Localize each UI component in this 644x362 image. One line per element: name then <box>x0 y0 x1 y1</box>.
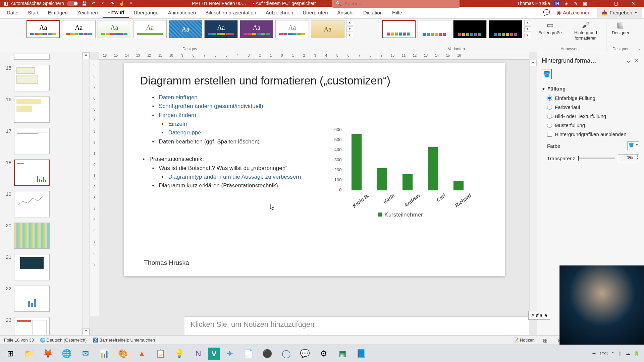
close-button[interactable]: ✕ <box>626 0 641 7</box>
slide-size-button[interactable]: ▭Foliengröße <box>535 20 565 36</box>
notes-pane[interactable]: Klicken Sie, um Notizen hinzuzufügen <box>184 316 529 335</box>
tab-ueberpruefen[interactable]: Überprüfen <box>298 8 332 17</box>
theme-thumb-9[interactable]: Aa <box>311 20 344 38</box>
undo-icon[interactable]: ↶ <box>90 0 97 7</box>
diamond-icon[interactable]: ◈ <box>563 0 570 7</box>
explorer-icon[interactable]: 📁 <box>20 346 38 362</box>
fill-gradient-option[interactable]: Farbverlauf <box>542 103 639 112</box>
fill-pattern-option[interactable]: Musterfüllung <box>542 121 639 130</box>
outlook-icon[interactable]: ✉ <box>76 346 95 362</box>
slide-thumb-20[interactable] <box>14 223 50 249</box>
theme-thumb-3[interactable]: Aa <box>98 20 131 38</box>
designer-button[interactable]: ▦Designer <box>608 20 633 36</box>
pane-close-icon[interactable]: ✕ <box>634 57 639 64</box>
theme-thumb-2[interactable]: Aa <box>62 20 96 38</box>
save-location[interactable]: • Auf "diesem PC" gespeichert <box>253 1 316 6</box>
doc-dropdown-icon[interactable]: ⌄ <box>323 2 325 5</box>
theme-thumb-1[interactable]: Aa <box>26 20 60 38</box>
doc-title[interactable]: PPT 01 Roter Faden 00… <box>192 1 246 6</box>
pane-dropdown-icon[interactable]: ⌄ <box>626 57 631 64</box>
designs-gallery-arrows[interactable]: ▲▼▾ <box>346 20 353 38</box>
slide-counter[interactable]: Folie 18 von 33 <box>4 338 34 343</box>
accessibility-indicator[interactable]: ♿ Barrierefreiheit: Untersuchen <box>93 338 155 343</box>
comments-icon[interactable]: 💬 <box>543 9 550 16</box>
window-icon[interactable]: ▣ <box>582 0 588 7</box>
tab-animationen[interactable]: Animationen <box>163 8 201 17</box>
fill-tab[interactable]: 🪣 <box>542 69 552 79</box>
tab-start[interactable]: Start <box>23 8 43 17</box>
tray-chevron-icon[interactable]: ⌃ <box>611 351 615 357</box>
more-qat-icon[interactable]: ▼ <box>128 0 135 7</box>
hide-bg-option[interactable]: Hintergrundgrafiken ausblenden <box>542 130 639 139</box>
chart[interactable]: 0100200300400500600 Karin B.KarinAndrewC… <box>330 130 471 231</box>
collapse-ribbon-icon[interactable]: ⌄ <box>638 46 641 51</box>
radio-solid[interactable] <box>547 96 552 101</box>
powerpoint-icon[interactable]: 📊 <box>95 346 113 362</box>
slide-thumb-17[interactable] <box>14 128 50 154</box>
user-name[interactable]: Thomas Hruska <box>517 1 550 6</box>
tab-ansicht[interactable]: Ansicht <box>333 8 359 17</box>
tab-einfuegen[interactable]: Einfügen <box>43 8 72 17</box>
theme-thumb-5[interactable]: Aa <box>169 20 202 38</box>
save-icon[interactable]: 💾 <box>81 0 88 7</box>
transparency-slider[interactable] <box>578 158 615 159</box>
app-icon-6[interactable]: ◯ <box>277 346 295 362</box>
slide-title[interactable]: Diagramm erstellen und formatieren („cus… <box>140 74 489 87</box>
apply-all-button[interactable]: Auf alle <box>528 311 550 320</box>
slide-thumb-22[interactable] <box>14 286 50 312</box>
radio-gradient[interactable] <box>547 105 552 110</box>
radio-picture[interactable] <box>547 114 552 119</box>
thumb-partial[interactable] <box>14 54 50 60</box>
app-icon-5[interactable]: 📄 <box>239 346 258 362</box>
tab-aufzeichnen[interactable]: Aufzeichnen <box>261 8 298 17</box>
telegram-icon[interactable]: ✈ <box>221 346 239 362</box>
tab-bildschirm[interactable]: Bildschirmpräsentation <box>201 8 261 17</box>
settings-icon[interactable]: ⚙ <box>315 346 333 362</box>
bg-format-button[interactable]: 🖌Hintergrund formatieren <box>567 20 604 42</box>
firefox-icon[interactable]: 🦊 <box>39 346 57 362</box>
autosave-toggle[interactable] <box>67 1 78 6</box>
touch-icon[interactable]: ☝ <box>118 0 125 7</box>
app-icon-2[interactable]: 📋 <box>152 346 170 362</box>
pen-icon[interactable]: ✎ <box>572 0 579 7</box>
slide-thumb-21[interactable] <box>14 254 50 280</box>
cloud-icon[interactable]: ☁ <box>625 351 630 357</box>
tab-dictation[interactable]: Dictation <box>359 8 387 17</box>
theme-thumb-6[interactable]: Aa <box>204 20 238 38</box>
discord-icon[interactable]: 💬 <box>296 346 314 362</box>
maximize-button[interactable]: ▢ <box>608 0 623 7</box>
transparency-value[interactable]: 0% <box>618 154 639 162</box>
tab-uebergaenge[interactable]: Übergänge <box>129 8 163 17</box>
variant-2[interactable] <box>418 20 451 38</box>
bluetooth-icon[interactable]: ᛒ <box>619 351 622 356</box>
dropdown-icon[interactable]: ▼ <box>100 0 106 7</box>
fill-section-header[interactable]: ▼Füllung <box>542 84 639 94</box>
tab-zeichnen[interactable]: Zeichnen <box>72 8 103 17</box>
theme-thumb-4[interactable]: Aa <box>133 20 167 38</box>
slide-thumb-15[interactable] <box>14 65 50 91</box>
slide-thumb-18[interactable]: ━━━━━━━ <box>14 160 50 186</box>
variant-1[interactable] <box>382 20 416 38</box>
tab-hilfe[interactable]: Hilfe <box>387 8 407 17</box>
variant-4[interactable] <box>489 20 522 38</box>
slide-thumb-19[interactable] <box>14 191 50 217</box>
tab-datei[interactable]: Datei <box>2 8 23 17</box>
app-icon-1[interactable]: 🎨 <box>114 346 132 362</box>
redo-icon[interactable]: ↷ <box>109 0 116 7</box>
editor-vscroll[interactable]: ▲ <box>529 60 537 316</box>
excel-icon[interactable]: ▦ <box>333 346 352 362</box>
theme-thumb-8[interactable]: Aa <box>275 20 309 38</box>
checkbox-hidebg[interactable] <box>547 132 552 137</box>
vlc-icon[interactable]: ▲ <box>133 346 151 362</box>
slide-thumb-23[interactable] <box>14 317 50 335</box>
temperature[interactable]: 1°C <box>599 351 608 356</box>
slide-thumb-16[interactable] <box>14 97 50 123</box>
app-icon-4[interactable]: V <box>208 348 220 360</box>
start-button[interactable]: ⊞ <box>1 346 19 362</box>
battery-icon[interactable]: 🔋 <box>634 351 640 357</box>
thumb-scrollbar[interactable]: ▲▼ <box>82 52 90 335</box>
search-box[interactable]: 🔍 <box>332 0 460 8</box>
minimize-button[interactable]: — <box>591 0 606 7</box>
chrome-icon[interactable]: 🌐 <box>58 346 76 362</box>
obs-icon[interactable]: ⚫ <box>258 346 276 362</box>
